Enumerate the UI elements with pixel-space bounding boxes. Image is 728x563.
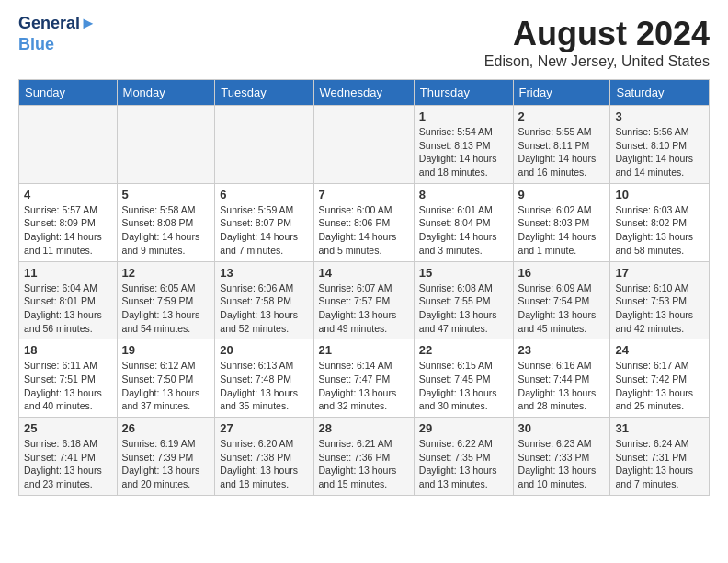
day-number: 18 xyxy=(24,343,112,357)
day-info: Sunrise: 6:21 AMSunset: 7:36 PMDaylight:… xyxy=(319,437,409,491)
day-number: 20 xyxy=(220,343,308,357)
calendar-cell: 22Sunrise: 6:15 AMSunset: 7:45 PMDayligh… xyxy=(414,339,513,418)
day-info: Sunrise: 5:55 AMSunset: 8:11 PMDaylight:… xyxy=(518,125,606,179)
calendar-cell: 17Sunrise: 6:10 AMSunset: 7:53 PMDayligh… xyxy=(610,261,710,339)
day-info: Sunrise: 6:06 AMSunset: 7:58 PMDaylight:… xyxy=(220,282,308,336)
calendar-table: SundayMondayTuesdayWednesdayThursdayFrid… xyxy=(18,79,710,496)
calendar-cell: 20Sunrise: 6:13 AMSunset: 7:48 PMDayligh… xyxy=(215,339,313,418)
calendar-cell: 8Sunrise: 6:01 AMSunset: 8:04 PMDaylight… xyxy=(414,183,513,261)
calendar-cell: 23Sunrise: 6:16 AMSunset: 7:44 PMDayligh… xyxy=(513,339,610,418)
day-number: 7 xyxy=(319,188,409,201)
day-number: 28 xyxy=(319,421,409,435)
day-info: Sunrise: 6:15 AMSunset: 7:45 PMDaylight:… xyxy=(419,359,508,413)
day-info: Sunrise: 6:04 AMSunset: 8:01 PMDaylight:… xyxy=(24,282,112,336)
calendar-cell: 27Sunrise: 6:20 AMSunset: 7:38 PMDayligh… xyxy=(215,418,313,496)
title-area: August 2024 Edison, New Jersey, United S… xyxy=(484,15,710,70)
week-row-2: 4Sunrise: 5:57 AMSunset: 8:09 PMDaylight… xyxy=(19,183,710,261)
day-info: Sunrise: 6:01 AMSunset: 8:04 PMDaylight:… xyxy=(419,203,508,258)
day-info: Sunrise: 6:20 AMSunset: 7:38 PMDaylight:… xyxy=(220,437,308,491)
calendar-cell: 25Sunrise: 6:18 AMSunset: 7:41 PMDayligh… xyxy=(19,418,118,496)
day-info: Sunrise: 5:56 AMSunset: 8:10 PMDaylight:… xyxy=(615,125,704,179)
day-info: Sunrise: 6:22 AMSunset: 7:35 PMDaylight:… xyxy=(419,437,508,491)
day-number: 2 xyxy=(518,109,606,123)
logo-blue: Blue xyxy=(18,35,54,54)
weekday-header-saturday: Saturday xyxy=(610,80,710,106)
calendar-cell: 5Sunrise: 5:58 AMSunset: 8:08 PMDaylight… xyxy=(117,183,215,261)
day-number: 21 xyxy=(319,343,409,357)
day-number: 3 xyxy=(615,109,704,123)
day-info: Sunrise: 6:13 AMSunset: 7:48 PMDaylight:… xyxy=(220,359,308,413)
calendar-cell xyxy=(117,106,215,184)
day-number: 19 xyxy=(122,343,210,357)
day-number: 6 xyxy=(220,188,308,201)
calendar-cell: 16Sunrise: 6:09 AMSunset: 7:54 PMDayligh… xyxy=(513,261,610,339)
calendar-cell: 10Sunrise: 6:03 AMSunset: 8:02 PMDayligh… xyxy=(610,183,710,261)
day-info: Sunrise: 6:14 AMSunset: 7:47 PMDaylight:… xyxy=(319,359,409,413)
day-number: 24 xyxy=(615,343,704,357)
calendar-cell: 18Sunrise: 6:11 AMSunset: 7:51 PMDayligh… xyxy=(19,339,118,418)
day-number: 17 xyxy=(615,266,704,280)
calendar-cell: 2Sunrise: 5:55 AMSunset: 8:11 PMDaylight… xyxy=(513,106,610,184)
day-info: Sunrise: 6:24 AMSunset: 7:31 PMDaylight:… xyxy=(615,437,704,491)
calendar-cell xyxy=(19,106,118,184)
calendar-cell: 7Sunrise: 6:00 AMSunset: 8:06 PMDaylight… xyxy=(313,183,414,261)
weekday-header-tuesday: Tuesday xyxy=(215,80,313,106)
day-number: 16 xyxy=(518,266,606,280)
day-number: 29 xyxy=(419,421,508,435)
day-number: 23 xyxy=(518,343,606,357)
day-number: 27 xyxy=(220,421,308,435)
day-number: 31 xyxy=(615,421,704,435)
day-info: Sunrise: 6:09 AMSunset: 7:54 PMDaylight:… xyxy=(518,282,606,336)
day-number: 8 xyxy=(419,188,508,201)
calendar-cell: 15Sunrise: 6:08 AMSunset: 7:55 PMDayligh… xyxy=(414,261,513,339)
week-row-5: 25Sunrise: 6:18 AMSunset: 7:41 PMDayligh… xyxy=(19,418,710,496)
day-number: 11 xyxy=(24,266,112,280)
day-number: 1 xyxy=(419,109,508,123)
day-number: 15 xyxy=(419,266,508,280)
day-info: Sunrise: 6:23 AMSunset: 7:33 PMDaylight:… xyxy=(518,437,606,491)
logo-text: General► xyxy=(18,15,97,33)
day-number: 25 xyxy=(24,421,112,435)
weekday-header-sunday: Sunday xyxy=(19,80,118,106)
day-number: 13 xyxy=(220,266,308,280)
calendar-cell: 24Sunrise: 6:17 AMSunset: 7:42 PMDayligh… xyxy=(610,339,710,418)
calendar-cell: 29Sunrise: 6:22 AMSunset: 7:35 PMDayligh… xyxy=(414,418,513,496)
calendar-cell: 21Sunrise: 6:14 AMSunset: 7:47 PMDayligh… xyxy=(313,339,414,418)
month-title: August 2024 xyxy=(484,15,710,53)
weekday-header-wednesday: Wednesday xyxy=(313,80,414,106)
day-info: Sunrise: 6:17 AMSunset: 7:42 PMDaylight:… xyxy=(615,359,704,413)
day-number: 4 xyxy=(24,188,112,201)
calendar-cell: 26Sunrise: 6:19 AMSunset: 7:39 PMDayligh… xyxy=(117,418,215,496)
day-info: Sunrise: 6:03 AMSunset: 8:02 PMDaylight:… xyxy=(615,203,704,258)
calendar-cell: 6Sunrise: 5:59 AMSunset: 8:07 PMDaylight… xyxy=(215,183,313,261)
weekday-header-monday: Monday xyxy=(117,80,215,106)
location-title: Edison, New Jersey, United States xyxy=(484,53,710,70)
calendar-cell: 9Sunrise: 6:02 AMSunset: 8:03 PMDaylight… xyxy=(513,183,610,261)
day-info: Sunrise: 6:07 AMSunset: 7:57 PMDaylight:… xyxy=(319,282,409,336)
day-info: Sunrise: 6:11 AMSunset: 7:51 PMDaylight:… xyxy=(24,359,112,413)
calendar-cell xyxy=(313,106,414,184)
calendar-cell xyxy=(215,106,313,184)
day-info: Sunrise: 6:16 AMSunset: 7:44 PMDaylight:… xyxy=(518,359,606,413)
day-info: Sunrise: 6:10 AMSunset: 7:53 PMDaylight:… xyxy=(615,282,704,336)
day-info: Sunrise: 5:58 AMSunset: 8:08 PMDaylight:… xyxy=(122,203,210,258)
calendar-cell: 19Sunrise: 6:12 AMSunset: 7:50 PMDayligh… xyxy=(117,339,215,418)
weekday-header-row: SundayMondayTuesdayWednesdayThursdayFrid… xyxy=(19,80,710,106)
calendar-cell: 14Sunrise: 6:07 AMSunset: 7:57 PMDayligh… xyxy=(313,261,414,339)
weekday-header-friday: Friday xyxy=(513,80,610,106)
day-info: Sunrise: 6:19 AMSunset: 7:39 PMDaylight:… xyxy=(122,437,210,491)
day-number: 30 xyxy=(518,421,606,435)
day-number: 9 xyxy=(518,188,606,201)
day-info: Sunrise: 5:59 AMSunset: 8:07 PMDaylight:… xyxy=(220,203,308,258)
day-number: 14 xyxy=(319,266,409,280)
calendar-cell: 1Sunrise: 5:54 AMSunset: 8:13 PMDaylight… xyxy=(414,106,513,184)
calendar-cell: 31Sunrise: 6:24 AMSunset: 7:31 PMDayligh… xyxy=(610,418,710,496)
calendar-cell: 13Sunrise: 6:06 AMSunset: 7:58 PMDayligh… xyxy=(215,261,313,339)
day-number: 22 xyxy=(419,343,508,357)
calendar-cell: 30Sunrise: 6:23 AMSunset: 7:33 PMDayligh… xyxy=(513,418,610,496)
calendar-cell: 3Sunrise: 5:56 AMSunset: 8:10 PMDaylight… xyxy=(610,106,710,184)
logo: General► Blue xyxy=(18,15,97,54)
day-info: Sunrise: 6:08 AMSunset: 7:55 PMDaylight:… xyxy=(419,282,508,336)
weekday-header-thursday: Thursday xyxy=(414,80,513,106)
week-row-4: 18Sunrise: 6:11 AMSunset: 7:51 PMDayligh… xyxy=(19,339,710,418)
